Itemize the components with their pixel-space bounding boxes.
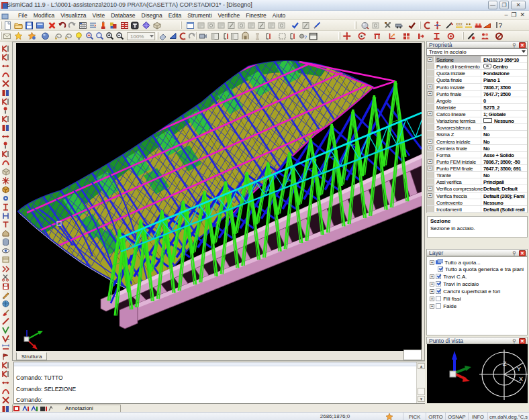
svg-text:?: ?	[499, 22, 503, 30]
svg-text:?: ?	[304, 34, 307, 40]
svg-text:Z: Z	[503, 360, 507, 367]
svg-text:X: X	[519, 376, 523, 382]
svg-text:xxx: xxx	[456, 21, 463, 26]
svg-text:Y: Y	[517, 366, 521, 372]
